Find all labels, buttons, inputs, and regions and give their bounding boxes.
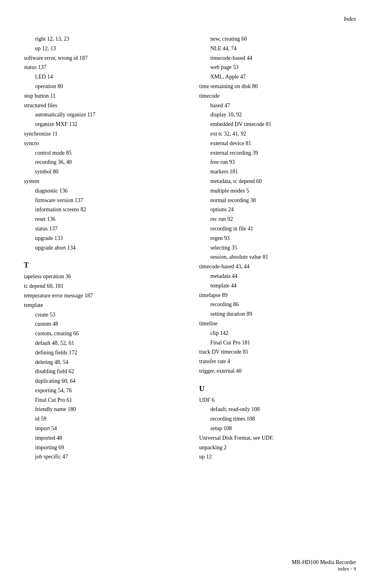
- list-item: upgrade 133: [24, 234, 175, 243]
- list-item: Final Cut Pro 181: [199, 338, 356, 348]
- list-item: recording in file 41: [199, 224, 356, 234]
- list-item: custom 48: [24, 319, 175, 329]
- list-item: timeline: [199, 319, 356, 328]
- list-item: control mode 85: [24, 148, 175, 158]
- list-item: NLE 44, 74: [199, 44, 356, 53]
- list-item: default 48, 52, 61: [24, 338, 175, 348]
- list-item: right 12, 13, 23: [24, 34, 175, 44]
- list-item: regen 93: [199, 234, 356, 243]
- list-item: tc depend 60, 181: [24, 281, 175, 291]
- list-item: deleting 48, 54: [24, 358, 175, 367]
- list-item: metadata, tc depend 60: [199, 177, 356, 186]
- section-letter-t: T: [24, 261, 175, 269]
- list-item: firmware version 137: [24, 196, 175, 205]
- list-item: symbol 80: [24, 167, 175, 177]
- list-item: web page 53: [199, 63, 356, 72]
- list-item: temperature error message 187: [24, 291, 175, 301]
- list-item: organize MXF 132: [24, 120, 175, 129]
- list-item: rec run 92: [199, 214, 356, 224]
- list-item: automatically organize 117: [24, 110, 175, 120]
- list-item: embedded DV timecode 81: [199, 120, 356, 129]
- page-footer: MR-HD100 Media Recorder index - 9: [292, 559, 356, 572]
- list-item: timelapse 89: [199, 291, 356, 300]
- index-content: right 12, 13, 23up 12, 13software error,…: [24, 34, 356, 462]
- list-item: disabling field 62: [24, 367, 175, 376]
- section-letter-u: U: [199, 385, 356, 393]
- list-item: create 53: [24, 310, 175, 320]
- list-item: recording 86: [199, 300, 356, 309]
- list-item: external recording 39: [199, 148, 356, 158]
- list-item: up 12: [199, 452, 356, 462]
- list-item: display 10, 92: [199, 110, 356, 120]
- list-item: metadata 44: [199, 271, 356, 281]
- list-item: up 12, 13: [24, 44, 175, 53]
- list-item: import 54: [24, 424, 175, 433]
- list-item: reset 136: [24, 214, 175, 224]
- list-item: UDF 6: [199, 395, 356, 405]
- list-item: recording 36, 40: [24, 157, 175, 167]
- list-item: LED 14: [24, 72, 175, 82]
- list-item: default, read-only 108: [199, 405, 356, 414]
- list-item: stop button 11: [24, 91, 175, 101]
- list-item: duplicating 60, 64: [24, 376, 175, 386]
- page: Index right 12, 13, 23up 12, 13software …: [0, 0, 380, 588]
- list-item: external device 81: [199, 139, 356, 148]
- list-item: template: [24, 301, 175, 310]
- list-item: template 44: [199, 281, 356, 291]
- right-column: new, creating 60NLE 44, 74timecode-based…: [199, 34, 356, 462]
- list-item: id 59: [24, 414, 175, 424]
- list-item: custom, creating 66: [24, 329, 175, 338]
- list-item: importing 69: [24, 443, 175, 452]
- list-item: setup 108: [199, 424, 356, 433]
- list-item: new, creating 60: [199, 34, 356, 44]
- list-item: timecode-based 43, 44: [199, 262, 356, 271]
- list-item: options 24: [199, 205, 356, 214]
- list-item: tapeless operation 36: [24, 272, 175, 281]
- list-item: recording times 108: [199, 414, 356, 424]
- list-item: synchronize 11: [24, 129, 175, 139]
- list-item: track DV timecode 81: [199, 347, 356, 357]
- list-item: multiple modes 5: [199, 186, 356, 196]
- list-item: time remaining on disk 80: [199, 82, 356, 91]
- list-item: trigger, external 40: [199, 366, 356, 376]
- list-item: status 137: [24, 224, 175, 234]
- list-item: Universal Disk Format, see UDF.: [199, 433, 356, 443]
- header-title: Index: [344, 16, 356, 22]
- list-item: timecode-based 44: [199, 53, 356, 63]
- list-item: normal recording 38: [199, 196, 356, 205]
- list-item: friendly name 180: [24, 405, 175, 414]
- list-item: selecting 35: [199, 243, 356, 253]
- list-item: defining fields 172: [24, 348, 175, 358]
- list-item: syncro: [24, 139, 175, 148]
- list-item: upgrade abort 134: [24, 243, 175, 253]
- list-item: unpacking 2: [199, 443, 356, 452]
- list-item: markers 181: [199, 167, 356, 177]
- list-item: transfer rate 4: [199, 357, 356, 366]
- list-item: software error, wrong id 187: [24, 53, 175, 63]
- list-item: system: [24, 177, 175, 186]
- list-item: based 47: [199, 101, 356, 110]
- list-item: XML, Apple 47: [199, 72, 356, 82]
- list-item: diagnostic 136: [24, 186, 175, 196]
- list-item: ext tc 32, 41, 92: [199, 129, 356, 139]
- list-item: Final Cut Pro 61: [24, 395, 175, 405]
- list-item: imported 48: [24, 433, 175, 443]
- list-item: exporting 54, 76: [24, 386, 175, 395]
- list-item: structured files: [24, 101, 175, 110]
- page-header: Index: [24, 16, 356, 22]
- list-item: operation 80: [24, 82, 175, 91]
- list-item: session, absolute value 81: [199, 252, 356, 262]
- list-item: timecode: [199, 91, 356, 101]
- left-column: right 12, 13, 23up 12, 13software error,…: [24, 34, 175, 462]
- list-item: free run 93: [199, 157, 356, 167]
- list-item: clip 142: [199, 328, 356, 338]
- footer-page-number: index - 9: [292, 566, 356, 572]
- list-item: setting duration 89: [199, 309, 356, 319]
- footer-brand: MR-HD100 Media Recorder: [292, 559, 356, 566]
- list-item: job specific 47: [24, 452, 175, 462]
- list-item: status 137: [24, 63, 175, 72]
- list-item: information screens 82: [24, 205, 175, 214]
